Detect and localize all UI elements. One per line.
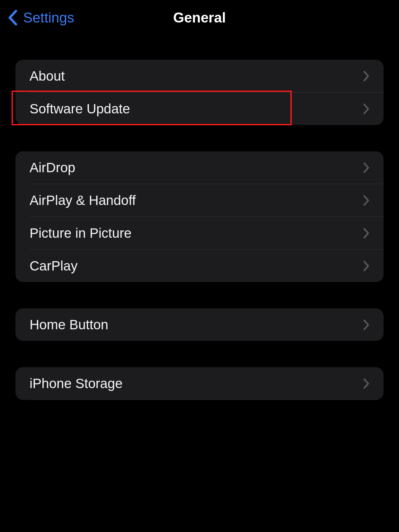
settings-group-2: AirDrop AirPlay & Handoff Picture in Pic… [15, 151, 384, 282]
back-button[interactable]: Settings [8, 10, 74, 26]
chevron-right-icon [363, 103, 369, 114]
row-label: AirPlay & Handoff [30, 193, 136, 208]
row-airplay-handoff[interactable]: AirPlay & Handoff [15, 184, 384, 217]
row-carplay[interactable]: CarPlay [15, 250, 384, 282]
nav-header: Settings General [0, 0, 399, 35]
chevron-right-icon [363, 162, 369, 173]
row-airdrop[interactable]: AirDrop [15, 151, 384, 184]
row-label: Picture in Picture [30, 226, 131, 241]
row-label: About [30, 68, 65, 84]
row-iphone-storage[interactable]: iPhone Storage [15, 367, 384, 400]
row-label: AirDrop [30, 160, 75, 175]
separator [30, 400, 384, 400]
back-label: Settings [23, 10, 74, 26]
chevron-right-icon [363, 195, 369, 206]
row-home-button[interactable]: Home Button [15, 308, 384, 341]
row-picture-in-picture[interactable]: Picture in Picture [15, 217, 384, 249]
row-label: Software Update [30, 101, 130, 117]
settings-group-1: About Software Update [15, 60, 384, 125]
settings-group-3: Home Button [15, 308, 384, 341]
row-label: Home Button [30, 317, 108, 332]
page-title: General [173, 10, 226, 26]
chevron-right-icon [363, 261, 369, 271]
chevron-right-icon [363, 319, 369, 330]
chevron-right-icon [363, 71, 369, 82]
row-label: iPhone Storage [30, 376, 123, 391]
row-software-update[interactable]: Software Update [15, 93, 384, 125]
row-about[interactable]: About [15, 60, 384, 92]
chevron-left-icon [8, 10, 18, 25]
content: About Software Update AirDrop AirPlay & … [0, 35, 399, 400]
chevron-right-icon [363, 228, 369, 239]
settings-group-4: iPhone Storage [15, 367, 384, 400]
chevron-right-icon [363, 378, 369, 389]
row-label: CarPlay [30, 258, 77, 274]
